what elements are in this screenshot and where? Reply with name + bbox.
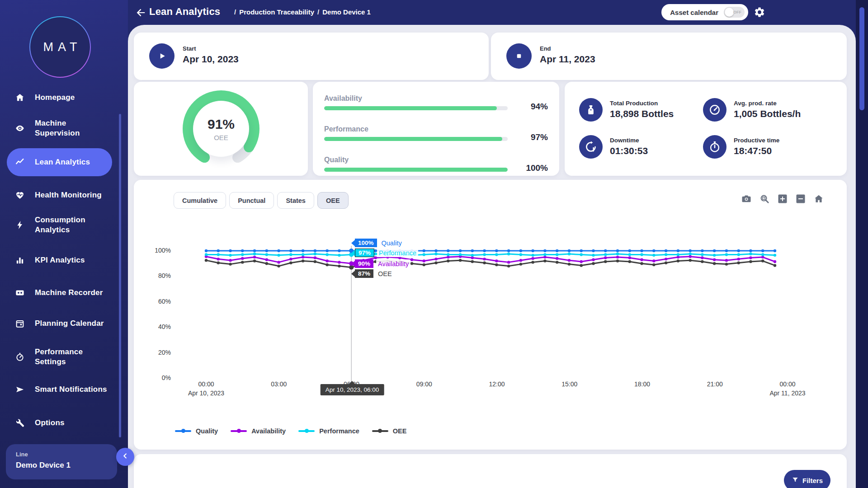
- asset-calendar-label: Asset calendar: [670, 9, 718, 16]
- legend-label: Performance: [319, 427, 359, 435]
- y-tick-label: 40%: [134, 323, 171, 330]
- breadcrumb-separator: /: [234, 8, 236, 16]
- sidebar-item-planning-calendar[interactable]: Planning Calendar: [7, 311, 112, 336]
- sidebar-item-health-monitoring[interactable]: Health Monitoring: [7, 185, 112, 205]
- legend-item-quality[interactable]: Quality: [175, 427, 218, 435]
- production-stats-card: Total Production 18,898 Bottles Avg. pro…: [565, 82, 847, 176]
- performance-bar-fill: [324, 137, 502, 141]
- line-label: Line: [16, 451, 107, 458]
- sidebar-item-label: Consumption Analytics: [35, 215, 112, 235]
- availability-bar-track: [324, 106, 508, 110]
- back-arrow-icon[interactable]: [135, 7, 146, 19]
- breadcrumb-item[interactable]: Demo Device 1: [322, 8, 371, 16]
- asset-calendar-switch[interactable]: OFF: [724, 7, 745, 18]
- axis-hover-tooltip: Apr 10, 2023, 06:00: [321, 384, 384, 395]
- end-date-value[interactable]: Apr 11, 2023: [540, 54, 595, 65]
- legend-label: Quality: [196, 427, 218, 435]
- productive-time-stat: Productive time 18:47:50: [703, 135, 830, 159]
- tooltip-series-name: OEE: [376, 269, 394, 278]
- sidebar-item-lean-analytics[interactable]: Lean Analytics: [7, 148, 112, 176]
- cassette-icon: [15, 288, 25, 298]
- quality-label: Quality: [324, 156, 548, 164]
- tooltip-series-name: Performance: [377, 249, 418, 257]
- sidebar-item-kpi-analytics[interactable]: KPI Analytics: [7, 250, 112, 270]
- downtime-icon: [579, 135, 603, 159]
- line-selector-panel[interactable]: Line Demo Device 1: [6, 444, 117, 479]
- productive-time-value: 18:47:50: [734, 145, 772, 156]
- sidebar-collapse-button[interactable]: [116, 448, 134, 466]
- end-date-card: End Apr 11, 2023: [491, 33, 847, 80]
- gear-icon[interactable]: [754, 6, 765, 18]
- tooltip-value: 97%: [355, 249, 374, 257]
- home-icon: [15, 93, 25, 103]
- gauge-cap: [244, 142, 254, 152]
- legend-item-oee[interactable]: OEE: [372, 427, 407, 435]
- sidebar-scrollbar-thumb[interactable]: [119, 114, 121, 437]
- legend-item-availability[interactable]: Availability: [231, 427, 286, 435]
- legend-swatch: [175, 430, 191, 432]
- legend-swatch: [372, 430, 388, 432]
- top-bar: Lean Analytics / Production Traceability…: [128, 0, 856, 25]
- oee-gauge-value: 91%: [208, 117, 235, 132]
- availability-bar-row: Availability 94%: [324, 94, 548, 103]
- quality-bar-track: [324, 168, 508, 172]
- sidebar-item-label: KPI Analytics: [35, 255, 112, 265]
- stop-icon[interactable]: [506, 43, 532, 69]
- asset-calendar-toggle-pill[interactable]: Asset calendar OFF: [661, 4, 748, 20]
- wrench-icon: [15, 418, 25, 428]
- sidebar-item-label: Machine Recorder: [35, 288, 112, 298]
- sidebar-item-label: Options: [35, 418, 112, 428]
- bottle-icon: [579, 98, 603, 122]
- sidebar-item-machine-recorder[interactable]: Machine Recorder: [7, 283, 112, 303]
- sidebar-item-label: Performance Settings: [35, 347, 112, 367]
- sidebar-item-smart-notifications[interactable]: Smart Notifications: [7, 377, 112, 402]
- sidebar-item-performance-settings[interactable]: Performance Settings: [7, 344, 112, 370]
- x-tick-label: 09:00: [390, 380, 458, 388]
- y-tick-label: 20%: [134, 349, 171, 356]
- sidebar-item-machine-supervision[interactable]: Machine Supervision: [7, 116, 112, 141]
- quality-bar-row: Quality 100%: [324, 156, 548, 164]
- x-tick-label: 03:00: [245, 380, 313, 388]
- filters-button[interactable]: Filters: [784, 470, 830, 488]
- breadcrumb-separator: /: [317, 8, 319, 16]
- page-title: Lean Analytics: [149, 6, 220, 18]
- gauge-center: 91% OEE: [193, 101, 249, 157]
- gauge-cap: [232, 152, 243, 163]
- legend-item-performance[interactable]: Performance: [298, 427, 359, 435]
- chart-legend: Quality Availability Performance OEE: [175, 427, 406, 435]
- total-production-value: 18,898 Bottles: [610, 108, 674, 119]
- sidebar-item-label: Lean Analytics: [35, 157, 112, 167]
- total-production-stat: Total Production 18,898 Bottles: [579, 98, 706, 122]
- downtime-value: 01:30:53: [610, 145, 648, 156]
- legend-swatch: [298, 430, 315, 432]
- filters-button-label: Filters: [802, 477, 823, 484]
- mat-logo-text: MAT: [39, 40, 82, 54]
- avg-prod-rate-stat: Avg. prod. rate 1,005 Bottles/h: [703, 98, 830, 122]
- toggle-knob: [725, 8, 734, 17]
- legend-label: OEE: [393, 427, 407, 435]
- kpi-bars-card: Availability 94% Performance 97% Quality…: [313, 82, 559, 176]
- speedometer-icon: [703, 98, 726, 122]
- sidebar-item-homepage[interactable]: Homepage: [7, 89, 112, 107]
- y-tick-label: 60%: [134, 298, 171, 305]
- bottom-panel-card: [134, 454, 847, 488]
- start-date-value[interactable]: Apr 10, 2023: [183, 54, 239, 65]
- play-icon[interactable]: [149, 43, 175, 69]
- sidebar-item-options[interactable]: Options: [7, 413, 112, 433]
- oee-line-chart[interactable]: [134, 180, 847, 450]
- start-label: Start: [183, 45, 196, 52]
- sidebar: MAT Homepage Machine Supervision Lean An…: [0, 0, 128, 488]
- page-scrollbar-thumb[interactable]: [859, 7, 864, 110]
- sidebar-item-label: Machine Supervision: [35, 118, 112, 138]
- chart-line-icon: [15, 157, 25, 167]
- breadcrumb-item[interactable]: Production Traceability: [239, 8, 314, 16]
- timer-gauge-icon: [15, 352, 25, 362]
- end-label: End: [540, 45, 551, 52]
- tooltip-arrow: [351, 240, 355, 246]
- quality-value: 100%: [526, 163, 548, 173]
- eye-icon: [15, 123, 25, 133]
- availability-label: Availability: [324, 94, 548, 103]
- sidebar-item-consumption-analytics[interactable]: Consumption Analytics: [7, 212, 112, 238]
- quality-bar-fill: [324, 168, 508, 172]
- legend-swatch: [231, 430, 247, 432]
